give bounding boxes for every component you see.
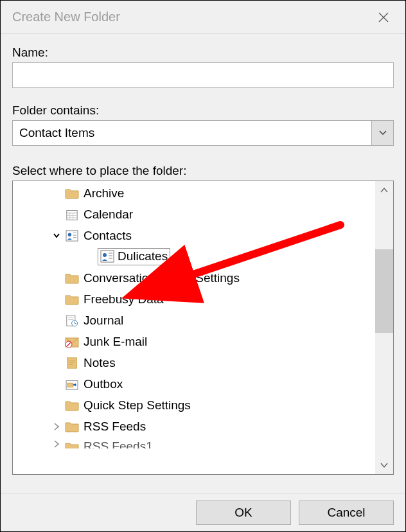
tree-item[interactable]: Conversation Action Settings [13, 267, 375, 288]
scrollbar[interactable] [375, 181, 393, 474]
tree-list[interactable]: ArchiveCalendarContactsDulicatesConversa… [13, 181, 375, 474]
tree-item-label: Dulicates [118, 249, 168, 263]
name-input[interactable] [12, 62, 394, 88]
tree-item[interactable]: Notes [13, 352, 375, 373]
chevron-right-icon[interactable] [50, 422, 63, 431]
create-folder-dialog: Create New Folder Name: Folder contains:… [0, 0, 406, 532]
outbox-icon [64, 377, 80, 392]
tree-item[interactable]: Calendar [13, 204, 375, 225]
tree-item-label: Contacts [84, 229, 132, 243]
chevron-down-icon[interactable] [50, 231, 63, 240]
folder-icon [64, 439, 80, 448]
titlebar: Create New Folder [1, 1, 405, 34]
svg-rect-30 [67, 383, 73, 387]
tree-item-label: Quick Step Settings [84, 398, 191, 412]
folder-contains-label: Folder contains: [12, 103, 394, 118]
tree-item-label: Notes [84, 356, 116, 370]
tree-item-label: RSS Feeds [84, 420, 146, 434]
tree-item[interactable]: Contacts [13, 225, 375, 246]
folder-icon [64, 419, 80, 434]
folder-icon [64, 398, 80, 413]
tree-item-label: Freebusy Data [84, 292, 164, 306]
tree-item[interactable]: Quick Step Settings [13, 395, 375, 416]
ok-button[interactable]: OK [196, 501, 291, 525]
chevron-right-icon[interactable] [50, 439, 63, 448]
scroll-down-icon[interactable] [375, 456, 393, 474]
tree-item[interactable]: Archive [13, 182, 375, 204]
cancel-button[interactable]: Cancel [299, 501, 394, 525]
tree-item[interactable]: Outbox [13, 373, 375, 395]
dialog-content: Name: Folder contains: Contact Items Sel… [1, 34, 405, 493]
tree-item-label: Journal [84, 314, 123, 328]
folder-contains-value: Contact Items [13, 126, 371, 140]
scroll-up-icon[interactable] [375, 181, 393, 199]
tree-item[interactable]: RSS Feeds [13, 416, 375, 437]
folder-icon [64, 292, 80, 307]
tree-item-label: Conversation Action Settings [84, 271, 240, 285]
chevron-down-icon[interactable] [371, 121, 393, 145]
folder-icon [64, 186, 80, 201]
calendar-icon [64, 207, 80, 222]
notes-icon [64, 355, 80, 371]
tree-item[interactable]: Dulicates [13, 246, 375, 267]
svg-rect-0 [67, 210, 77, 220]
folder-contains-combo[interactable]: Contact Items [12, 120, 394, 146]
scrollbar-track[interactable] [375, 199, 393, 456]
close-icon[interactable] [371, 4, 396, 30]
contacts-icon [64, 228, 80, 244]
window-title: Create New Folder [12, 10, 120, 24]
tree-item[interactable]: Freebusy Data [13, 288, 375, 310]
folder-icon [64, 270, 80, 286]
tree-item-label: RSS Feeds1 [84, 439, 153, 448]
svg-point-7 [68, 233, 71, 236]
tree-item-label: Junk E-mail [84, 335, 147, 349]
dialog-buttons: OK Cancel [1, 493, 405, 531]
tree-item-label: Outbox [84, 377, 123, 391]
placement-label: Select where to place the folder: [12, 164, 394, 178]
contacts-icon [100, 249, 115, 264]
journal-icon [64, 313, 80, 328]
tree-item-label: Archive [84, 186, 124, 200]
tree-item-label: Calendar [84, 208, 133, 222]
svg-rect-25 [67, 357, 77, 368]
junk-icon [64, 334, 80, 350]
tree-item[interactable]: Journal [13, 310, 375, 331]
name-label: Name: [12, 46, 394, 60]
tree-item[interactable]: RSS Feeds1 [13, 437, 375, 448]
tree-item[interactable]: Junk E-mail [13, 331, 375, 352]
svg-point-12 [103, 253, 107, 257]
scrollbar-thumb[interactable] [375, 249, 393, 333]
folder-tree: ArchiveCalendarContactsDulicatesConversa… [12, 181, 394, 475]
